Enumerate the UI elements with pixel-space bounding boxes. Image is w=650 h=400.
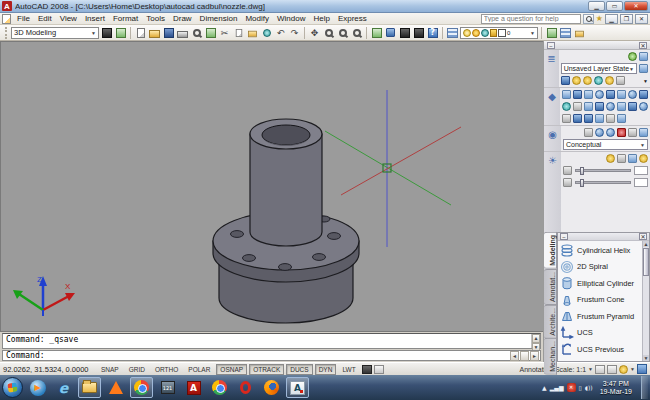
- make-object-layer-icon[interactable]: [545, 26, 558, 39]
- cut-icon[interactable]: ✂: [218, 26, 231, 39]
- layer-color-icon[interactable]: [605, 76, 614, 85]
- palette-item-elliptical-cylinder[interactable]: Elliptical Cylinder: [560, 275, 641, 292]
- status-toggle-osnap[interactable]: OSNAP: [216, 364, 247, 375]
- dashboard-minimize-button[interactable]: −: [547, 42, 555, 49]
- status-toggle-grid[interactable]: GRID: [125, 364, 149, 375]
- annotation-scale-value[interactable]: 1:1: [576, 366, 586, 373]
- maximize-button[interactable]: ▭: [606, 1, 623, 11]
- quickcalc-icon[interactable]: [412, 26, 425, 39]
- shadows-icon[interactable]: [628, 154, 637, 163]
- cone-primitive-icon[interactable]: [584, 90, 593, 99]
- contrast-slider[interactable]: [575, 181, 631, 184]
- menu-insert[interactable]: Insert: [81, 13, 109, 25]
- layers-panel-icon[interactable]: ≣: [544, 50, 559, 87]
- palette-scroll-thumb[interactable]: [643, 248, 649, 276]
- menu-express[interactable]: Express: [334, 13, 371, 25]
- palette-scrollbar[interactable]: ▲ ▼: [642, 241, 649, 361]
- mdi-minimize-button[interactable]: ▁: [605, 14, 618, 24]
- layer-state-dropdown[interactable]: Unsaved Layer State▼: [561, 63, 637, 74]
- layer-plot-icon[interactable]: [616, 76, 625, 85]
- status-toggle-ducs[interactable]: DUCS: [286, 364, 312, 375]
- power-icon[interactable]: ▯: [579, 384, 582, 391]
- menu-tools[interactable]: Tools: [142, 13, 169, 25]
- new-icon[interactable]: [134, 26, 147, 39]
- save-icon[interactable]: [162, 26, 175, 39]
- palette-item-ucs-previous[interactable]: UCS Previous: [560, 341, 641, 358]
- palette-tab-architectural[interactable]: Archite...: [544, 305, 557, 339]
- taskbar-adobe-button[interactable]: A: [182, 377, 205, 398]
- edge-overhang-icon[interactable]: [628, 128, 637, 137]
- open-icon[interactable]: [148, 26, 161, 39]
- my-workspace-icon[interactable]: [114, 26, 127, 39]
- taskbar-chrome-button[interactable]: [130, 377, 153, 398]
- palette-item-cylindrical-helix[interactable]: Cylindrical Helix: [560, 242, 641, 259]
- toolbar-lock-icon[interactable]: [619, 365, 628, 374]
- palette-tab-annotation[interactable]: Annotat...: [544, 269, 557, 305]
- taskbar-explorer-button[interactable]: [78, 377, 101, 398]
- layer-control-dropdown[interactable]: 0▼: [460, 27, 538, 39]
- taskbar-chromium-button[interactable]: [208, 377, 231, 398]
- sphere-primitive-icon[interactable]: [595, 90, 604, 99]
- minimize-button[interactable]: ▁: [588, 1, 605, 11]
- status-toggle-otrack[interactable]: OTRACK: [249, 364, 284, 375]
- menu-file[interactable]: File: [13, 13, 34, 25]
- revolve-icon[interactable]: [584, 102, 593, 111]
- menu-modify[interactable]: Modify: [241, 13, 273, 25]
- scroll-thumb[interactable]: [520, 351, 529, 361]
- helix-primitive-icon[interactable]: [639, 90, 648, 99]
- mdi-restore-button[interactable]: ❐: [620, 14, 633, 24]
- match-properties-icon[interactable]: [260, 26, 273, 39]
- taskbar-firefox-button[interactable]: [260, 377, 283, 398]
- menu-window[interactable]: Window: [273, 13, 309, 25]
- zoom-window-icon[interactable]: [336, 26, 349, 39]
- 3d-rotate-icon[interactable]: [617, 114, 626, 123]
- action-center-icon[interactable]: ✕: [567, 383, 576, 392]
- network-icon[interactable]: ▂▄▆: [550, 384, 564, 391]
- scroll-up-icon[interactable]: ▲: [532, 334, 540, 343]
- light-glyph-icon[interactable]: [639, 154, 648, 163]
- extrude-icon[interactable]: [573, 102, 582, 111]
- markup-set-manager-icon[interactable]: [398, 26, 411, 39]
- dashboard-close-button[interactable]: ✕: [639, 42, 647, 49]
- torus-primitive-icon[interactable]: [617, 90, 626, 99]
- menu-format[interactable]: Format: [109, 13, 142, 25]
- palette-close-button[interactable]: ✕: [639, 233, 647, 240]
- status-toggle-snap[interactable]: SNAP: [97, 364, 123, 375]
- pan-icon[interactable]: ✥: [308, 26, 321, 39]
- palette-item-ucs[interactable]: UCS: [560, 325, 641, 342]
- save-layer-state-icon[interactable]: [639, 64, 648, 73]
- wedge-primitive-icon[interactable]: [573, 90, 582, 99]
- taskbar-vlc-button[interactable]: [104, 377, 127, 398]
- clean-screen-icon[interactable]: [637, 364, 647, 374]
- paste-icon[interactable]: [246, 26, 259, 39]
- light-panel-icon[interactable]: ☀: [544, 152, 561, 232]
- edge-jitter-icon[interactable]: [639, 128, 648, 137]
- taskbar-mpc-button[interactable]: 121: [156, 377, 179, 398]
- layer-previous-icon[interactable]: [559, 26, 572, 39]
- layer-freeze-icon[interactable]: [583, 76, 592, 85]
- copy-icon[interactable]: [232, 26, 245, 39]
- layer-properties-icon[interactable]: [446, 26, 459, 39]
- palette-minimize-button[interactable]: −: [560, 233, 568, 240]
- pyramid-primitive-icon[interactable]: [628, 90, 637, 99]
- help-search-input[interactable]: [481, 14, 581, 24]
- menu-dimension[interactable]: Dimension: [196, 13, 242, 25]
- help-icon[interactable]: ?: [426, 26, 439, 39]
- scroll-right-icon[interactable]: ►: [530, 351, 539, 361]
- show-desktop-button[interactable]: [641, 376, 648, 399]
- taskbar-opera-button[interactable]: [234, 377, 257, 398]
- paper-space-icon[interactable]: [374, 365, 384, 374]
- layer-on-off-icon[interactable]: [572, 76, 581, 85]
- union-icon[interactable]: [562, 114, 571, 123]
- palette-item-frustum-pyramid[interactable]: Frustum Pyramid: [560, 308, 641, 325]
- close-button[interactable]: ✕: [624, 1, 648, 11]
- visual-style-dropdown[interactable]: Conceptual▼: [563, 139, 648, 150]
- layer-states-icon[interactable]: [573, 26, 586, 39]
- menu-draw[interactable]: Draw: [169, 13, 196, 25]
- workspace-dropdown[interactable]: 3D Modeling▼: [11, 27, 99, 39]
- visual-style-panel-icon[interactable]: ◉: [544, 126, 561, 151]
- status-toggle-ortho[interactable]: ORTHO: [151, 364, 182, 375]
- start-button[interactable]: [2, 377, 23, 398]
- command-input[interactable]: Command: ◄►: [2, 350, 541, 361]
- thicken-icon[interactable]: [639, 102, 648, 111]
